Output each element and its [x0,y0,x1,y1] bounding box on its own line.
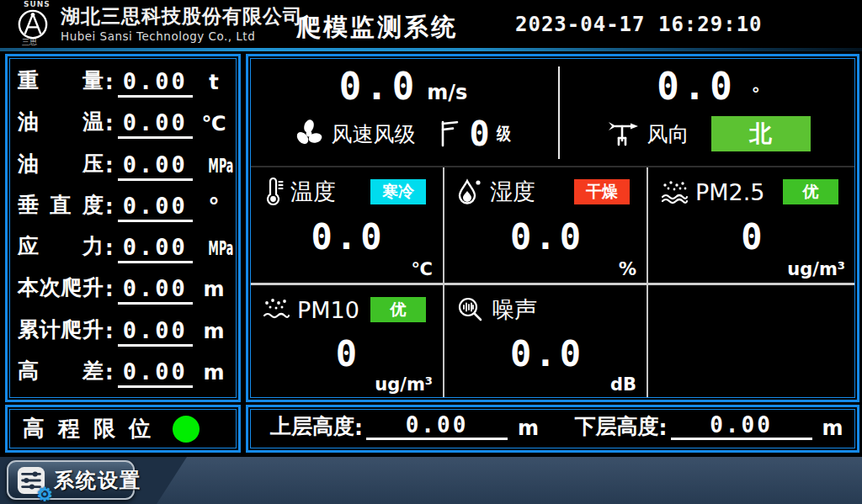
env-cell-noise: 噪声 0.0 dB [444,285,648,398]
metric-value: 0.00 [118,275,193,305]
settings-label: 系统设置 [54,467,141,494]
metrics-panel: 重 量: 0.00 t 油 温: 0.00 ℃ 油 压: 0.00 MPa 垂直… [5,54,241,402]
env-cell-label: PM2.5 [695,179,765,205]
metric-unit: ℃ [198,112,230,139]
wind-divider [558,66,560,159]
env-cell-empty [648,285,855,398]
wind-level-flag-icon [439,119,460,148]
metric-unit: t [198,71,230,98]
company-name-cn: 湖北三思科技股份有限公司 [61,5,303,29]
env-cell-unit: ug/m³ [787,259,845,279]
wind-speed-value: 0.0 [339,65,418,108]
metric-value: 0.00 [118,234,193,263]
upper-height-unit: m [518,416,539,440]
elevation-limit-indicator [173,416,200,443]
wind-direction-label: 风向 [647,120,689,148]
env-cell-label: PM10 [297,297,359,323]
colon: : [104,278,114,305]
thermometer-icon [262,178,284,206]
metric-unit: MPa [198,154,230,181]
header: SUNS 三思 湖北三思科技股份有限公司 Hubei Sansi Technol… [0,0,862,51]
wind-section: 0.0 m/s 风速风级 [250,58,855,164]
company-name-block: 湖北三思科技股份有限公司 Hubei Sansi Technology Co.,… [61,5,303,43]
metric-unit: MPa [198,236,230,263]
wind-speed-label: 风速风级 [331,120,415,148]
env-cell-pm10: PM10 优 0 ug/m³ [250,285,444,398]
company-logo: SUNS 三思 [17,1,57,46]
metric-row-stress: 应 力: 0.00 MPa [18,232,230,263]
metric-value: 0.00 [118,358,193,388]
fan-icon [294,119,324,149]
env-cell-label: 噪声 [492,294,537,325]
wind-speed-unit: m/s [427,81,467,104]
lower-height-unit: m [822,416,843,440]
env-cell-label: 温度 [290,177,336,207]
colon: : [104,195,114,222]
layer-heights-box: 上层高度: 0.00 m 下层高度: 0.00 m [246,405,859,453]
metric-value: 0.00 [118,151,193,181]
elevation-limit-label: 高程限位 [23,414,151,443]
logo-suns-text: SUNS [17,1,57,8]
colon: : [104,112,114,139]
env-cell-value: 0.0 [456,206,638,279]
status-badge: 寒冷 [370,179,426,204]
lower-height-value: 0.00 [671,412,812,440]
env-cell-unit: ug/m³ [375,374,433,395]
metric-row-total-climb: 累计爬升: 0.00 m [18,316,230,347]
logo-icon [17,8,57,40]
metric-label: 应 力 [18,232,104,263]
taskbar-wedge [157,457,862,504]
env-cell-temperature: 温度 寒冷 0.0 ℃ [250,167,444,285]
logo-sansi-text: 三思 [17,39,57,46]
wind-vane-icon [607,118,641,150]
status-badge: 干燥 [574,179,630,204]
env-cell-unit: dB [610,374,636,395]
lower-height-row: 下层高度: 0.00 m [553,412,858,445]
wind-speed-block: 0.0 m/s 风速风级 [250,58,556,164]
wind-direction-block: 0.0 ° [561,58,855,164]
gear-icon: ⚙ [36,485,53,504]
lower-height-label: 下层高度 [575,412,659,440]
upper-height-label: 上层高度 [270,412,354,440]
colon: : [104,71,114,98]
wind-level-value: 0 [469,114,489,153]
colon: : [104,320,114,347]
metric-label: 垂直度 [18,191,104,222]
env-cell-unit: ℃ [412,259,433,279]
dust-particles-icon [660,178,689,205]
metric-label: 重 量 [18,66,104,98]
environment-panel: 0.0 m/s 风速风级 [246,54,859,402]
elevation-limit-box: 高程限位 [5,405,241,453]
metric-unit: ° [198,193,230,222]
metric-unit: m [198,278,230,305]
env-grid: 温度 寒冷 0.0 ℃ 湿度 干燥 0.0 % [250,166,855,398]
wind-direction-button[interactable]: 北 [711,116,811,151]
metric-value: 0.00 [118,68,193,98]
upper-height-value: 0.00 [366,412,508,440]
page-title: 爬模监测系统 [296,11,458,45]
env-cell-unit: % [619,259,636,279]
status-badge: 优 [783,179,838,204]
colon: : [659,416,668,440]
metric-label: 本次爬升 [18,273,104,305]
upper-height-row: 上层高度: 0.00 m [248,412,553,445]
wind-direction-degree: ° [752,83,760,103]
metric-label: 油 压 [18,150,104,181]
wind-direction-value: 0.0 [657,65,736,108]
metric-label: 高 差 [18,357,104,388]
taskbar: ⚙ 系统设置 [0,457,862,504]
env-cell-humidity: 湿度 干燥 0.0 % [444,167,648,285]
metric-row-height-diff: 高 差: 0.00 m [18,357,230,388]
env-cell-value: 0.0 [262,206,434,279]
metric-label: 油 温 [18,108,104,139]
settings-button[interactable]: ⚙ 系统设置 [7,460,135,500]
metric-row-weight: 重 量: 0.00 t [18,66,230,98]
metric-row-current-climb: 本次爬升: 0.00 m [18,273,230,305]
metric-label: 累计爬升 [18,316,104,347]
noise-meter-icon [456,295,485,324]
metric-value: 0.00 [118,317,193,347]
header-divider [0,48,862,51]
status-badge: 优 [370,297,426,322]
colon: : [104,154,114,181]
metric-row-oil-pressure: 油 压: 0.00 MPa [18,150,230,181]
